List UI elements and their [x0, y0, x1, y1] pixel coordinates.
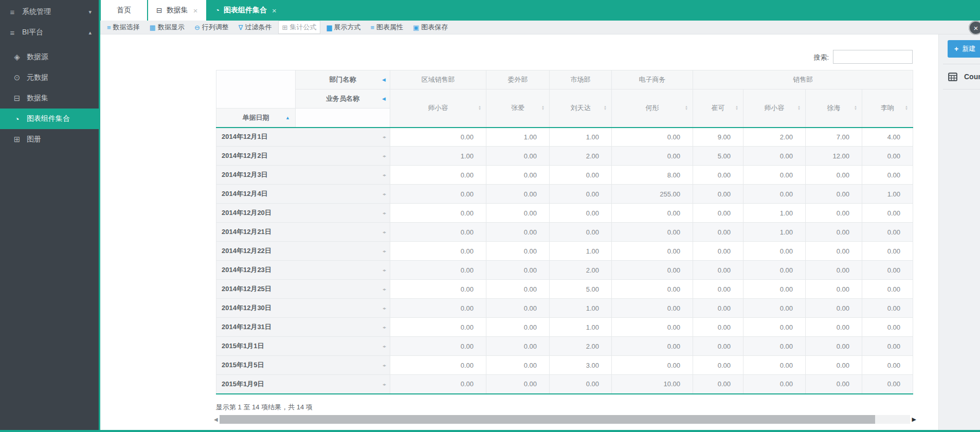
date-cell[interactable]: 2014年12月4日◂▸ [216, 185, 390, 204]
scrollbar-track[interactable] [220, 415, 910, 424]
sort-icon[interactable]: ▲▼ [685, 105, 688, 111]
department-header[interactable]: 区域销售部 [390, 70, 486, 89]
date-cell[interactable]: 2014年12月20日◂▸ [216, 204, 390, 223]
scroll-left-icon[interactable]: ◀ [214, 417, 220, 422]
pivot-table: 部门名称◀区域销售部委外部市场部电子商务销售部业务员名称◀师小容▲▼张爱▲▼刘天… [216, 70, 913, 394]
tab-数据集[interactable]: ⊟数据集× [148, 0, 206, 21]
toolbar-item-数据选择[interactable]: ≡数据选择 [103, 21, 143, 33]
resize-handle-icon[interactable]: ◂▸ [383, 211, 386, 215]
department-header[interactable]: 电子商务 [612, 70, 693, 89]
salesperson-header[interactable]: 师小容▲▼ [743, 89, 806, 128]
sidebar-item-图表组件集合[interactable]: ◔图表组件集合 [0, 109, 99, 129]
value-cell: 1.00 [550, 242, 612, 261]
scrollbar-thumb[interactable] [220, 415, 876, 424]
date-cell[interactable]: 2014年12月30日◂▸ [216, 299, 390, 318]
sort-icon[interactable]: ▲▼ [604, 105, 607, 111]
department-header[interactable]: 市场部 [550, 70, 612, 89]
salesperson-header[interactable]: 刘天达▲▼ [550, 89, 612, 128]
resize-handle-icon[interactable]: ◂▸ [383, 135, 386, 139]
toolbar-item-图表属性[interactable]: ≡图表属性 [367, 21, 407, 33]
salesperson-header[interactable]: 李响▲▼ [862, 89, 913, 128]
sort-icon[interactable]: ▲▼ [541, 105, 545, 111]
sidebar-item-元数据[interactable]: ⊙元数据 [0, 67, 99, 88]
toolbar-item-图表保存[interactable]: ▣图表保存 [409, 21, 451, 33]
salesperson-header[interactable]: 崔可▲▼ [693, 89, 743, 128]
horizontal-scrollbar[interactable]: ◀ ▶ [214, 414, 916, 425]
row-dim-date[interactable]: 单据日期▲ [216, 109, 296, 128]
column-dim-department[interactable]: 部门名称◀ [296, 70, 390, 89]
date-cell[interactable]: 2014年12月25日◂▸ [216, 280, 390, 299]
resize-handle-icon[interactable]: ◂▸ [383, 154, 386, 158]
value-cell: 0.00 [612, 147, 693, 166]
close-icon[interactable]: × [272, 6, 277, 15]
scroll-right-icon[interactable]: ▶ [910, 416, 916, 423]
toolbar-item-数据显示[interactable]: ▦数据显示 [146, 21, 188, 33]
value-cell: 0.00 [862, 280, 913, 299]
close-panel-icon[interactable]: × [969, 21, 980, 35]
date-cell[interactable]: 2014年12月22日◂▸ [216, 242, 390, 261]
close-icon[interactable]: × [193, 6, 198, 15]
bottom-accent-bar [0, 430, 980, 432]
sidebar-item-label: 数据源 [27, 52, 48, 62]
value-cell: 0.00 [390, 204, 486, 223]
new-button[interactable]: + 新建 [948, 40, 980, 58]
sidebar-item-系统管理[interactable]: ≡系统管理▾ [0, 2, 99, 22]
toolbar-item-行列调整[interactable]: ⊖行列调整 [191, 21, 232, 33]
toolbar-item-过滤条件[interactable]: ∇过滤条件 [235, 21, 276, 33]
sort-asc-icon[interactable]: ▲ [285, 115, 290, 120]
value-cell: 0.00 [862, 299, 913, 318]
resize-handle-icon[interactable]: ◂▸ [383, 382, 386, 386]
sort-icon[interactable]: ▲▼ [735, 105, 738, 111]
date-cell[interactable]: 2014年12月1日◂▸ [216, 128, 390, 147]
department-header[interactable]: 委外部 [486, 70, 550, 89]
column-dim-salesperson[interactable]: 业务员名称◀ [296, 89, 390, 109]
tab-label: 首页 [117, 6, 131, 15]
resize-handle-icon[interactable]: ◂▸ [383, 230, 386, 235]
value-cell: 0.00 [612, 261, 693, 280]
value-cell: 0.00 [390, 185, 486, 204]
sort-icon[interactable]: ▲▼ [905, 105, 908, 111]
salesperson-header[interactable]: 师小容▲▼ [390, 89, 486, 128]
salesperson-header[interactable]: 张爱▲▼ [486, 89, 550, 128]
sidebar-item-BI平台[interactable]: ≡BI平台▴ [0, 22, 99, 43]
value-cell: 0.00 [612, 223, 693, 242]
salesperson-header[interactable]: 何彤▲▼ [612, 89, 693, 128]
date-cell[interactable]: 2014年12月23日◂▸ [216, 261, 390, 280]
date-cell[interactable]: 2015年1月1日◂▸ [216, 337, 390, 356]
tab-图表组件集合[interactable]: ◔图表组件集合× [207, 0, 285, 21]
date-cell[interactable]: 2014年12月3日◂▸ [216, 166, 390, 185]
sidebar-item-label: BI平台 [22, 28, 43, 37]
tab-首页[interactable]: 首页 [101, 0, 147, 21]
resize-handle-icon[interactable]: ◂▸ [383, 192, 386, 196]
department-header[interactable]: 销售部 [693, 70, 913, 89]
value-cell: 7.00 [806, 128, 862, 147]
sidebar-item-数据源[interactable]: ◈数据源 [0, 47, 99, 67]
date-cell[interactable]: 2014年12月31日◂▸ [216, 318, 390, 337]
toolbar-item-展示方式[interactable]: ▆展示方式 [323, 21, 364, 33]
toolbar-item-label: 图表保存 [421, 23, 448, 32]
date-cell[interactable]: 2014年12月2日◂▸ [216, 147, 390, 166]
resize-handle-icon[interactable]: ◂▸ [383, 325, 386, 330]
resize-handle-icon[interactable]: ◂▸ [383, 268, 386, 273]
metric-row[interactable]: Count [939, 64, 980, 89]
date-cell[interactable]: 2015年1月5日◂▸ [216, 356, 390, 375]
search-input[interactable] [833, 50, 913, 64]
sort-icon[interactable]: ▲▼ [797, 105, 801, 111]
sidebar-item-图册[interactable]: ⊞图册 [0, 129, 99, 150]
sort-icon[interactable]: ▲▼ [478, 105, 481, 111]
collapse-left-icon[interactable]: ◀ [382, 96, 386, 101]
resize-handle-icon[interactable]: ◂▸ [383, 363, 386, 368]
toolbar-item-集计公式[interactable]: ⊞集计公式 [278, 21, 321, 34]
date-cell[interactable]: 2014年12月21日◂▸ [216, 223, 390, 242]
date-cell[interactable]: 2015年1月9日◂▸ [216, 375, 390, 394]
sidebar-item-数据集[interactable]: ⊟数据集 [0, 88, 99, 109]
collapse-left-icon[interactable]: ◀ [382, 77, 386, 82]
salesperson-header[interactable]: 徐海▲▼ [806, 89, 862, 128]
metric-label: Count [964, 73, 980, 81]
resize-handle-icon[interactable]: ◂▸ [383, 173, 386, 177]
resize-handle-icon[interactable]: ◂▸ [383, 249, 386, 254]
resize-handle-icon[interactable]: ◂▸ [383, 306, 386, 311]
resize-handle-icon[interactable]: ◂▸ [383, 287, 386, 292]
resize-handle-icon[interactable]: ◂▸ [383, 344, 386, 349]
sort-icon[interactable]: ▲▼ [854, 105, 857, 111]
